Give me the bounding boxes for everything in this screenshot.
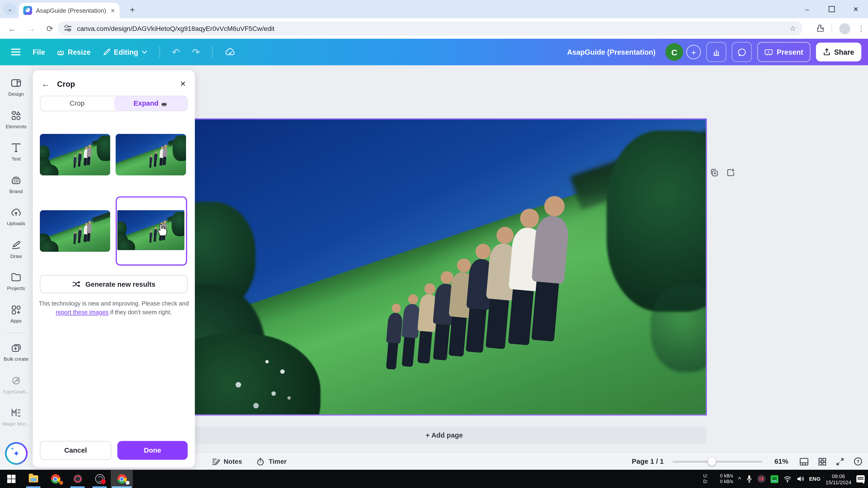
tab-title: AsapGuide (Presentation) - Pres [36, 7, 107, 14]
start-button[interactable] [0, 470, 22, 488]
help-icon[interactable]: ? [854, 457, 863, 466]
elements-icon [10, 109, 22, 122]
obs-icon [95, 474, 104, 484]
sidebar-item-magic-morph[interactable]: Magic Mor... [0, 400, 32, 433]
clock[interactable]: 09:06 15/11/2024 [826, 473, 851, 485]
add-page-button[interactable]: + Add page [182, 426, 707, 444]
reload-button[interactable]: ⟳ [44, 24, 55, 33]
tab-expand[interactable]: Expand [114, 96, 187, 110]
close-button[interactable]: ✕ [844, 0, 868, 18]
language-indicator[interactable]: ENG [809, 476, 820, 482]
tray-chevron-icon[interactable]: ^ [738, 476, 741, 482]
address-bar[interactable]: canva.com/design/DAGVkiHetoQ/xg918aqyEr0… [58, 22, 803, 36]
restore-button[interactable] [819, 0, 843, 18]
wifi-icon[interactable] [783, 476, 791, 482]
sidebar-item-elements[interactable]: Elements [0, 103, 32, 135]
duplicate-page-icon[interactable] [710, 168, 719, 177]
pencil-icon [103, 48, 111, 56]
sidebar-item-bulk-create[interactable]: Bulk create [0, 336, 32, 368]
back-button[interactable]: ← [7, 24, 18, 33]
cancel-button[interactable]: Cancel [40, 441, 111, 460]
expand-result-thumbnail-2[interactable] [116, 134, 186, 175]
share-button[interactable]: Share [816, 43, 861, 62]
redo-button[interactable]: ↷ [192, 46, 200, 58]
grid-view-icon[interactable] [799, 457, 809, 465]
browser-menu-icon[interactable]: ⋮ [857, 24, 865, 33]
comments-button[interactable] [732, 42, 752, 62]
panel-back-icon[interactable]: ← [41, 79, 50, 89]
present-button[interactable]: Present [757, 42, 810, 62]
notification-center-icon[interactable] [857, 475, 865, 483]
sidebar-item-draw[interactable]: Draw [0, 233, 32, 265]
ai-disclaimer: This technology is new and improving. Pl… [38, 299, 189, 316]
add-member-button[interactable]: + [687, 45, 701, 59]
tab-crop[interactable]: Crop [40, 96, 114, 110]
fullscreen-icon[interactable] [836, 457, 844, 465]
resize-button[interactable]: Resize [57, 48, 91, 56]
url-text[interactable]: canva.com/design/DAGVkiHetoQ/xg918aqyEr0… [77, 25, 274, 32]
photo-people-row [365, 185, 574, 383]
sidebar-item-design[interactable]: Design [0, 71, 32, 103]
expand-result-thumbnail-3[interactable] [40, 210, 110, 252]
header-divider [159, 46, 160, 58]
tray-app-icon[interactable] [770, 475, 778, 483]
microphone-icon[interactable] [746, 475, 752, 483]
running-indicator [70, 486, 85, 488]
report-images-link[interactable]: report these images [56, 309, 108, 316]
bulk-create-icon [10, 342, 22, 354]
new-tab-button[interactable]: + [126, 4, 138, 16]
expand-result-thumbnail-1[interactable] [40, 134, 110, 175]
taskbar-chrome-active[interactable] [111, 470, 133, 488]
sidebar-item-uploads[interactable]: Uploads [0, 200, 32, 233]
photo-flowers [266, 360, 269, 363]
main-menu-icon[interactable] [11, 49, 21, 55]
taskbar-file-explorer[interactable] [22, 470, 44, 488]
speaker-icon[interactable] [796, 475, 804, 483]
sidebar-item-text[interactable]: Text [0, 135, 32, 168]
timer-button[interactable]: Timer [256, 457, 286, 465]
browser-tab[interactable]: AsapGuide (Presentation) - Pres ✕ [19, 3, 120, 19]
extensions-icon[interactable] [816, 24, 824, 33]
taskbar-chrome[interactable] [44, 470, 66, 488]
chevron-down-icon [142, 51, 147, 54]
tab-search-chevron-icon[interactable]: ⌄ [3, 3, 17, 15]
canva-assistant-button[interactable]: ✦✦ [5, 442, 28, 465]
minimize-button[interactable]: – [795, 0, 819, 18]
restore-icon [828, 6, 835, 12]
zoom-slider-thumb[interactable] [708, 457, 716, 465]
running-indicator [92, 486, 107, 488]
pause-recording-icon[interactable] [757, 475, 766, 483]
magic-morph-icon [10, 407, 22, 419]
taskbar-recorder-app[interactable] [66, 470, 89, 488]
slide-page[interactable] [182, 118, 707, 415]
taskbar-obs[interactable] [89, 470, 111, 488]
sidebar-item-projects[interactable]: Projects [0, 265, 32, 297]
file-menu[interactable]: File [33, 48, 45, 56]
tab-close-icon[interactable]: ✕ [111, 7, 115, 14]
canva-favicon-icon [23, 6, 32, 15]
expand-result-thumbnail-4-selected[interactable] [116, 196, 187, 265]
pages-grid-icon[interactable] [818, 457, 827, 465]
sidebar-item-brand[interactable]: CO Brand [0, 168, 32, 200]
site-settings-icon[interactable] [64, 25, 71, 32]
generate-new-results-button[interactable]: Generate new results [40, 275, 188, 293]
bookmark-star-icon[interactable]: ☆ [790, 24, 796, 33]
panel-close-icon[interactable]: ✕ [180, 80, 186, 88]
insights-button[interactable] [706, 42, 726, 62]
canva-header: File Resize Editing ↶ ↷ [0, 39, 868, 65]
profile-avatar[interactable] [839, 23, 850, 34]
notes-button[interactable]: Notes [212, 457, 242, 465]
sidebar-item-apps[interactable]: Apps [0, 297, 32, 330]
zoom-level[interactable]: 61% [774, 458, 788, 465]
document-title[interactable]: AsapGuide (Presentation) [567, 48, 655, 56]
screen: ⌄ AsapGuide (Presentation) - Pres ✕ + – … [0, 0, 868, 488]
chrome-icon [51, 474, 60, 484]
sidebar-item-typegradient[interactable]: TypeGradi... [0, 368, 32, 400]
editing-mode-dropdown[interactable]: Editing [103, 48, 147, 56]
undo-button[interactable]: ↶ [172, 46, 180, 58]
zoom-slider[interactable] [673, 461, 762, 462]
photo-foliage-right [651, 284, 706, 372]
add-page-icon[interactable] [726, 168, 735, 177]
user-avatar[interactable]: C [665, 43, 683, 61]
done-button[interactable]: Done [118, 441, 188, 460]
